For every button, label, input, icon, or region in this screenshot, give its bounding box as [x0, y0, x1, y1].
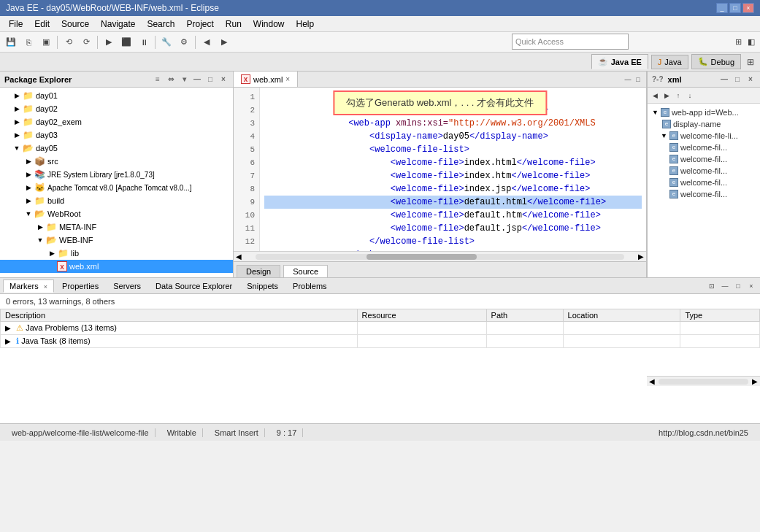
menu-run[interactable]: Run [220, 18, 247, 31]
col-type[interactable]: Type [680, 309, 760, 322]
toolbar-btn-9[interactable]: ⚙ [176, 34, 192, 50]
col-location[interactable]: Location [563, 309, 680, 322]
bottom-panel-btn-1[interactable]: ⊡ [706, 280, 718, 292]
tree-toggle[interactable]: ▼ [35, 236, 45, 244]
menu-project[interactable]: Project [180, 18, 219, 31]
tree-toggle[interactable]: ▶ [23, 184, 34, 191]
tree-item-day05[interactable]: ▼ 📂 day05 [0, 142, 233, 155]
scroll-right-btn[interactable]: ▶ [636, 252, 646, 261]
design-tab[interactable]: Design [237, 265, 280, 277]
xml-tree-item-wf5[interactable]: e welcome-fil... [650, 188, 757, 200]
markers-tab[interactable]: Markers × [3, 280, 54, 293]
explorer-maximize-btn[interactable]: □ [205, 74, 215, 85]
tree-toggle[interactable]: ▶ [23, 197, 34, 204]
toolbar-btn-4[interactable]: ⟳ [78, 34, 94, 50]
toolbar-btn-7[interactable]: ⏸ [136, 34, 152, 50]
menu-search[interactable]: Search [141, 18, 180, 31]
xml-tree-item-webapp[interactable]: ▼ e web-app id=Web... [650, 107, 757, 118]
tree-item-metainf[interactable]: ▶ 📁 META-INF [0, 220, 233, 234]
properties-tab[interactable]: Properties [55, 280, 105, 293]
collapse-all-btn[interactable]: ≡ [153, 74, 163, 85]
tree-item-day03[interactable]: ▶ 📁 day03 [0, 128, 233, 142]
xml-tree-btn-4[interactable]: ↓ [684, 90, 696, 101]
datasource-tab[interactable]: Data Source Explorer [149, 280, 239, 293]
toolbar-btn-1[interactable]: ⎘ [20, 34, 37, 50]
tree-item-lib[interactable]: ▶ 📁 lib [0, 247, 233, 260]
expand-btn-1[interactable]: ▶ [5, 337, 11, 345]
tree-toggle[interactable]: ▶ [35, 223, 45, 231]
xml-tree-item-wf2[interactable]: e welcome-fil... [650, 153, 757, 165]
tree-item-src[interactable]: ▶ 📦 src [0, 155, 233, 168]
scroll-left-btn[interactable]: ◀ [234, 252, 244, 261]
tree-item-jre[interactable]: ▶ 📚 JRE System Library [jre1.8.0_73] [0, 168, 233, 181]
tree-item-day02[interactable]: ▶ 📁 day02 [0, 102, 233, 115]
toolbar-save-btn[interactable]: 💾 [3, 34, 19, 50]
toolbar-btn-10[interactable]: ◀ [199, 34, 215, 50]
toolbar-btn-2[interactable]: ▣ [38, 34, 54, 50]
close-button[interactable]: × [742, 3, 754, 13]
bottom-panel-close[interactable]: × [745, 280, 757, 292]
toolbar-btn-6[interactable]: ⬛ [118, 34, 134, 50]
xml-tree-item-wf4[interactable]: e welcome-fil... [650, 177, 757, 188]
explorer-minimize-btn[interactable]: — [192, 74, 202, 85]
tree-toggle[interactable]: ▶ [23, 171, 34, 178]
tree-item-webxml[interactable]: x web.xml [0, 260, 233, 273]
tree-toggle[interactable]: ▶ [12, 92, 22, 99]
source-tab[interactable]: Source [283, 265, 328, 277]
link-with-editor-btn[interactable]: ⇔ [166, 74, 176, 85]
editor-panel-minimize[interactable]: — [623, 74, 633, 85]
scroll-thumb[interactable] [366, 254, 477, 260]
menu-edit[interactable]: Edit [28, 18, 55, 31]
xml-tree-btn-3[interactable]: ↑ [672, 90, 684, 101]
col-resource[interactable]: Resource [357, 309, 486, 322]
bottom-panel-maximize[interactable]: □ [732, 280, 744, 292]
toolbar-btn-5[interactable]: ▶ [101, 34, 117, 50]
xml-tree-item-wfl[interactable]: ▼ e welcome-file-li... [650, 130, 757, 142]
bottom-panel-minimize[interactable]: — [719, 280, 731, 292]
col-path[interactable]: Path [486, 309, 563, 322]
xml-tree-close[interactable]: × [745, 74, 756, 85]
window-controls[interactable]: _ □ × [716, 3, 754, 13]
editor-h-scrollbar[interactable]: ◀ ▶ [234, 251, 646, 261]
xml-tree-btn-1[interactable]: ◀ [649, 90, 661, 101]
tree-item-webinf[interactable]: ▼ 📂 WEB-INF [0, 234, 233, 247]
col-description[interactable]: Description [1, 309, 358, 322]
tree-item-build[interactable]: ▶ 📁 build [0, 194, 233, 207]
xml-tree-item-wf3[interactable]: e welcome-fil... [650, 165, 757, 177]
tree-item-tomcat[interactable]: ▶ 🐱 Apache Tomcat v8.0 [Apache Tomcat v8… [0, 181, 233, 194]
toolbar-right-1[interactable]: ◧ [745, 34, 757, 50]
tree-item-day01[interactable]: ▶ 📁 day01 [0, 89, 233, 102]
editor-tab-close-btn[interactable]: × [285, 75, 290, 83]
markers-row-0[interactable]: ▶ ⚠ Java Problems (13 items) [1, 322, 760, 335]
menu-window[interactable]: Window [247, 18, 291, 31]
perspective-javaee[interactable]: ☕ Java EE [591, 54, 648, 69]
markers-tab-close[interactable]: × [44, 283, 47, 290]
xml-tree-maximize[interactable]: □ [732, 74, 742, 85]
tree-item-webroot[interactable]: ▼ 📂 WebRoot [0, 207, 233, 220]
tree-item-day02exem[interactable]: ▶ 📁 day02_exem [0, 115, 233, 128]
tree-toggle[interactable]: ▶ [12, 105, 22, 112]
menu-navigate[interactable]: Navigate [95, 18, 141, 31]
tree-toggle[interactable]: ▼ [23, 210, 34, 217]
quick-access-input[interactable]: Quick Access [512, 34, 629, 50]
problems-tab[interactable]: Problems [286, 280, 333, 293]
perspective-java[interactable]: J Java [651, 55, 688, 69]
tree-toggle[interactable]: ▶ [23, 158, 34, 165]
perspective-settings-btn[interactable]: ⊞ [732, 34, 744, 50]
xml-tree-item-displayname[interactable]: e display-name [650, 118, 757, 130]
menu-file[interactable]: File [3, 18, 28, 31]
tree-toggle[interactable]: ▼ [12, 144, 22, 152]
menu-source[interactable]: Source [55, 18, 95, 31]
toolbar-btn-11[interactable]: ▶ [216, 34, 232, 50]
tree-toggle[interactable]: ▶ [12, 131, 22, 139]
xml-tree-minimize[interactable]: — [719, 74, 729, 85]
tree-toggle[interactable]: ▶ [47, 250, 57, 257]
snippets-tab[interactable]: Snippets [240, 280, 285, 293]
servers-tab[interactable]: Servers [107, 280, 147, 293]
xml-tree-item-wf1[interactable]: e welcome-fil... [650, 142, 757, 153]
xml-tree-btn-2[interactable]: ▶ [661, 90, 672, 101]
editor-panel-maximize[interactable]: □ [633, 74, 643, 85]
maximize-button[interactable]: □ [729, 3, 741, 13]
toolbar-btn-3[interactable]: ⟲ [61, 34, 77, 50]
toolbar-btn-8[interactable]: 🔧 [158, 34, 174, 50]
